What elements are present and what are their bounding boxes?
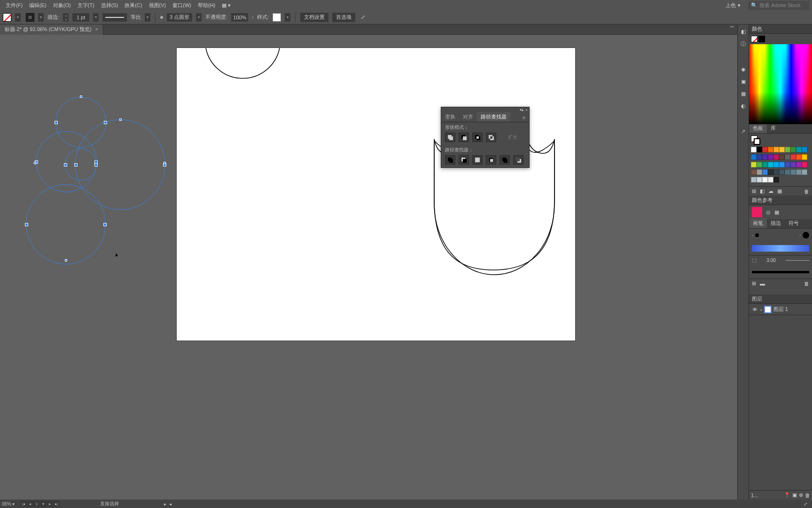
pathfinder-panel[interactable]: ▾▴ × 变换 对齐 路径查找器 ≡ 形状模式： 扩大 路径查找器： [441,107,530,168]
trim-button[interactable] [459,155,469,165]
menu-select[interactable]: 选择(S) [98,1,121,10]
next-artboard-icon[interactable]: ▸ [47,500,53,507]
crop-button[interactable] [486,155,496,165]
expand-icon[interactable]: ⤢ [361,14,365,20]
swatch-color[interactable] [785,154,790,160]
brush-preset[interactable]: 3 点圆形 [167,13,192,22]
canvas-area[interactable]: ▴ ▾▴ × 变换 对齐 路径查找器 ≡ 形状模式： 扩大 路径查找器： [0,35,737,500]
swatch-color[interactable] [796,162,802,167]
tab-brushes[interactable]: 画笔 [749,218,767,228]
swatch-color[interactable] [779,147,785,152]
stroke-profile[interactable] [102,13,127,22]
minus-back-button[interactable] [513,155,523,165]
opacity-flyout[interactable]: › [252,15,253,20]
export-icon[interactable]: ↗ [739,127,748,135]
status-rwd-icon[interactable]: ◂ [169,501,172,507]
color-guide-header[interactable]: 颜色参考 [749,196,812,205]
close-panel-icon[interactable]: × [525,108,528,112]
collapse-panel-icon[interactable]: ▾▴ [520,108,523,112]
prev-artboard-icon[interactable]: ◂ [27,500,33,507]
preferences-button[interactable]: 首选项 [332,13,355,22]
swatch-color[interactable] [762,177,768,183]
stroke-dropdown[interactable] [38,13,44,22]
outline-button[interactable] [500,155,510,165]
tab-transform[interactable]: 变换 [441,112,459,122]
swatch-color[interactable] [768,154,773,160]
color-spectrum[interactable] [749,44,812,124]
menu-text[interactable]: 文字(T) [75,1,97,10]
brush-item[interactable] [749,265,812,278]
brush-item[interactable] [749,242,812,255]
artboard-number[interactable]: 1 [33,500,40,507]
tab-align[interactable]: 对齐 [459,112,477,122]
swatch-color[interactable] [768,177,773,183]
unite-button[interactable] [445,133,455,142]
artboard-nav[interactable]: |◂ ◂ 1 ▾ ▸ ▸| [20,500,60,507]
swatch-color[interactable] [785,162,790,167]
workspace-switcher[interactable]: 上色▾ [723,1,743,10]
selected-ellipse[interactable] [65,149,97,181]
harmony-icon[interactable]: ◎ [766,209,771,215]
color-guide-body[interactable]: ◎ ▦ [749,205,812,219]
swatch-color[interactable] [779,162,785,167]
graphic-style[interactable] [273,13,281,22]
swatch-color[interactable] [757,154,762,160]
brush-dropdown[interactable] [196,13,202,22]
swatch-color[interactable] [757,177,762,183]
tab-swatches[interactable]: 色板 [749,123,767,133]
menu-file[interactable]: 文件(F) [3,1,25,10]
swatch-libraries-icon[interactable]: ⊞ [752,188,756,194]
layer-name[interactable]: 图层 1 [773,306,788,313]
base-color-swatch[interactable] [752,207,762,217]
trash-icon[interactable]: 🗑 [804,281,809,286]
swatch-color[interactable] [790,162,796,167]
swatch-color[interactable] [757,162,762,167]
panels-toggle[interactable]: ◂◂ [730,24,735,28]
swatch-color[interactable] [785,169,790,175]
brush-size-value[interactable]: 3.00 [759,258,783,263]
swatch-color[interactable] [785,147,790,152]
swatch-color[interactable] [773,162,779,167]
harmony-grid-icon[interactable]: ▦ [774,209,779,215]
swatch-color[interactable] [773,147,779,152]
properties-icon[interactable]: ◧ [739,27,748,36]
stroke-swatch[interactable] [24,13,34,22]
swatch-color[interactable] [802,147,807,152]
swatch-color[interactable] [751,169,757,175]
visibility-icon[interactable]: 👁 [751,306,758,313]
swatch-color[interactable] [802,162,807,167]
exclude-button[interactable] [486,133,496,142]
menu-help[interactable]: 帮助(H) [195,1,218,10]
swatches-fillstroke[interactable] [749,134,812,145]
first-artboard-icon[interactable]: |◂ [20,500,27,507]
document-setup-button[interactable]: 文档设置 [300,13,328,22]
swatch-color[interactable] [762,169,768,175]
tab-symbols[interactable]: 符号 [785,218,803,228]
menu-arrange-icon[interactable]: ▦ ▾ [219,1,234,9]
color-panel-header[interactable]: 颜色 [749,24,812,34]
swatch-color[interactable] [768,162,773,167]
fill-dropdown[interactable] [15,13,21,22]
swatch-color[interactable] [779,154,785,160]
locate-icon[interactable]: 📍 [784,492,790,498]
new-layer-icon[interactable]: ⊕ [799,492,803,498]
new-sublayer-icon[interactable]: ▣ [792,492,797,498]
stroke-weight-dropdown[interactable] [93,13,99,22]
swatches-grid[interactable] [749,145,812,186]
menu-edit[interactable]: 编辑(E) [26,1,49,10]
panel-menu-icon[interactable]: ≡ [519,113,529,122]
swatch-color[interactable] [790,169,796,175]
swatch-color[interactable] [751,147,757,152]
tab-library[interactable]: 库 [767,123,780,133]
artboard-dropdown[interactable]: ▾ [40,500,47,507]
stock-search[interactable]: 🔍 搜索 Adobe Stock [748,1,809,10]
swatch-color[interactable] [779,169,785,175]
expand-layer-icon[interactable]: › [760,307,762,312]
selected-ellipse[interactable] [26,184,106,264]
swatch-color[interactable] [757,147,762,152]
zoom-level[interactable]: 06%▾ [2,501,15,507]
last-artboard-icon[interactable]: ▸| [53,500,60,507]
swatch-color[interactable] [790,154,796,160]
status-play-icon[interactable]: ▸ [164,501,166,507]
fill-swatch[interactable] [3,13,11,22]
